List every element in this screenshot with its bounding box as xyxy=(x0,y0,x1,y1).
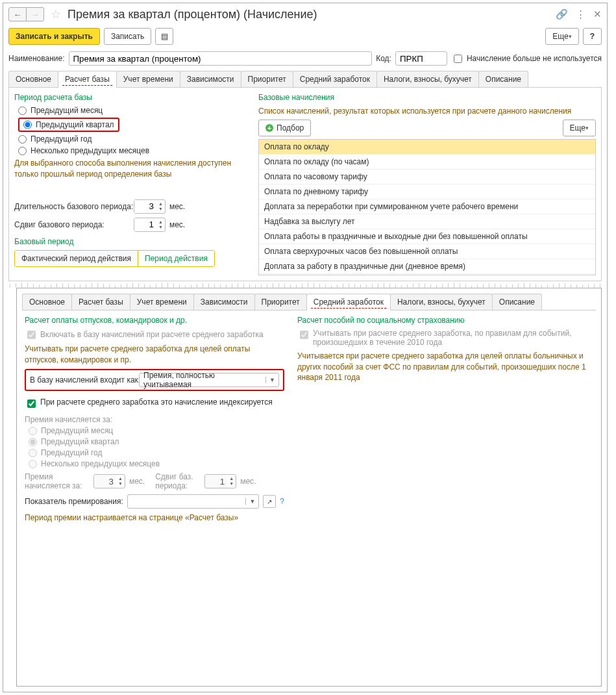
tab2-priority[interactable]: Приоритет xyxy=(254,294,307,310)
document-icon-button[interactable]: ▤ xyxy=(155,28,173,45)
cb-2010 xyxy=(300,331,308,339)
shift2-spinner: ▲▼ xyxy=(204,474,236,488)
kebab-menu-icon[interactable]: ⋮ xyxy=(576,8,585,20)
tab-base-calc[interactable]: Расчет базы xyxy=(58,71,117,87)
base-period-segmented[interactable]: Фактический период действия Период дейст… xyxy=(14,250,215,267)
list-item[interactable]: Оплата по окладу xyxy=(259,140,595,155)
shift-input[interactable] xyxy=(134,218,156,231)
base-period-section-title: Базовый период xyxy=(14,237,248,246)
favorite-star-icon[interactable]: ☆ xyxy=(51,7,61,21)
list-item[interactable]: Надбавка за выслугу лет xyxy=(259,214,595,229)
seg-actual-period[interactable]: Фактический период действия xyxy=(15,251,138,266)
indexed-cb-wrap[interactable]: При расчете среднего заработка это начис… xyxy=(25,398,273,410)
podbor-button[interactable]: + Подбор xyxy=(258,120,311,136)
nav-forward-button[interactable]: → xyxy=(26,7,44,21)
prem-len-spinner: ▲▼ xyxy=(93,474,125,488)
tab-time[interactable]: Учет времени xyxy=(116,71,180,87)
list-more-button[interactable]: Еще xyxy=(563,120,596,136)
r2-prev-year-label: Предыдущий год xyxy=(41,448,102,457)
window-title: Премия за квартал (процентом) (Начислени… xyxy=(68,8,552,21)
radio-several-months-wrap[interactable]: Несколько предыдущих месяцев xyxy=(18,146,248,155)
r2-prev-month-label: Предыдущий месяц xyxy=(41,426,113,435)
radio-prev-year-wrap[interactable]: Предыдущий год xyxy=(18,134,248,144)
include-base-label: Включать в базу начислений при расчете с… xyxy=(40,330,264,339)
tab-deps[interactable]: Зависимости xyxy=(180,71,241,87)
prem-len-input xyxy=(94,475,116,488)
shift2-label: Сдвиг баз. периода: xyxy=(155,472,201,490)
cb-2010-wrap: Учитывать при расчете среднего заработка… xyxy=(297,329,593,347)
tab2-avg-earn[interactable]: Средний заработок xyxy=(306,294,391,310)
tab2-base-calc[interactable]: Расчет базы xyxy=(71,294,130,310)
list-item[interactable]: Оплата по часовому тарифу xyxy=(259,170,595,184)
list-item[interactable]: Оплата работы в праздничные и выходные д… xyxy=(259,229,595,244)
prem-for-label: Премия начисляется за: xyxy=(25,415,284,424)
list-item[interactable]: Оплата по дневному тарифу xyxy=(259,184,595,199)
tab-desc[interactable]: Описание xyxy=(478,71,528,87)
help-button[interactable]: ? xyxy=(583,28,602,45)
tab2-deps[interactable]: Зависимости xyxy=(193,294,255,310)
tab2-time[interactable]: Учет времени xyxy=(130,294,194,310)
tab2-basic[interactable]: Основное xyxy=(22,294,72,310)
save-close-button[interactable]: Записать и закрыть xyxy=(8,28,100,45)
save-button[interactable]: Записать xyxy=(104,28,151,45)
shift-unit: мес. xyxy=(169,220,185,229)
radio-prev-quarter[interactable] xyxy=(23,120,32,129)
base-length-unit: мес. xyxy=(169,202,185,211)
open-ref-button[interactable]: ↗ xyxy=(263,495,276,508)
radio-prev-quarter-wrap[interactable]: Предыдущий квартал xyxy=(18,118,248,132)
not-used-checkbox-wrap[interactable]: Начисление больше не используется xyxy=(451,53,602,65)
radio-several-months[interactable] xyxy=(18,147,27,155)
period-note: Для выбранного способа выполнения начисл… xyxy=(14,158,248,180)
indicator-select[interactable]: ▼ xyxy=(127,494,260,509)
base-length-input[interactable] xyxy=(134,200,156,213)
tab-tax[interactable]: Налоги, взносы, бухучет xyxy=(376,71,479,87)
prem-len-unit: мес. xyxy=(129,477,145,486)
vacation-calc-title: Расчет оплаты отпусков, командировок и д… xyxy=(25,316,284,325)
plus-icon: + xyxy=(265,124,273,132)
torn-edge-separator xyxy=(8,281,602,288)
include-base-cb-wrap: Включать в базу начислений при расчете с… xyxy=(25,329,264,341)
code-label: Код: xyxy=(376,54,391,63)
tab-avg-earn[interactable]: Средний заработок xyxy=(293,71,377,87)
shift-spinner[interactable]: ▲▼ xyxy=(134,218,166,232)
help-link[interactable]: ? xyxy=(280,497,284,506)
radio-prev-quarter-label: Предыдущий квартал xyxy=(36,120,114,129)
tab2-tax[interactable]: Налоги, взносы, бухучет xyxy=(390,294,493,310)
list-item[interactable]: Доплата за переработки при суммированном… xyxy=(259,199,595,214)
list-item[interactable]: Оплата по окладу (по часам) xyxy=(259,155,595,170)
prem-len-label: Премия начисляется за: xyxy=(25,472,90,490)
base-accruals-list[interactable]: Оплата по окладу Оплата по окладу (по ча… xyxy=(258,139,596,275)
inbase-label: В базу начислений входит как: xyxy=(30,375,134,385)
chevron-down-icon[interactable]: ▼ xyxy=(245,498,258,505)
link-icon[interactable]: 🔗 xyxy=(556,8,568,20)
cb-2010-label: Учитывать при расчете среднего заработка… xyxy=(313,329,593,347)
r2-prev-month xyxy=(29,427,37,435)
radio-prev-year-label: Предыдущий год xyxy=(31,134,92,144)
radio-prev-month[interactable] xyxy=(18,107,27,115)
nav-back-button[interactable]: ← xyxy=(8,7,27,21)
chevron-down-icon[interactable]: ▼ xyxy=(265,377,278,383)
tab-priority[interactable]: Приоритет xyxy=(241,71,293,87)
list-item[interactable]: Оплата сверхурочных часов без повышенной… xyxy=(259,244,595,259)
list-item[interactable]: Доплата за работу в праздничные дни (дне… xyxy=(259,259,595,274)
radio-prev-month-wrap[interactable]: Предыдущий месяц xyxy=(18,106,248,115)
radio-prev-year[interactable] xyxy=(18,135,27,144)
indexed-cb[interactable] xyxy=(27,399,36,408)
seg-period[interactable]: Период действия xyxy=(138,251,214,266)
indicator-label: Показатель премирования: xyxy=(25,497,123,506)
name-input[interactable] xyxy=(69,51,373,66)
inbase-value: Премия, полностью учитываемая xyxy=(140,371,265,389)
r2-prev-quarter xyxy=(29,438,37,446)
code-input[interactable] xyxy=(395,51,447,66)
footer-note: Период премии настраивается на странице … xyxy=(25,512,284,524)
r2-prev-quarter-label: Предыдущий квартал xyxy=(41,437,119,446)
tab2-desc[interactable]: Описание xyxy=(492,294,542,310)
not-used-checkbox[interactable] xyxy=(454,55,462,63)
base-length-spinner[interactable]: ▲▼ xyxy=(134,199,166,214)
more-button[interactable]: Еще xyxy=(545,28,578,45)
r2-several-label: Несколько предыдущих месяцев xyxy=(41,459,160,468)
inbase-select[interactable]: Премия, полностью учитываемая ▼ xyxy=(139,373,279,387)
base-accruals-title: Базовые начисления xyxy=(258,93,596,102)
tab-basic[interactable]: Основное xyxy=(8,71,58,87)
close-icon[interactable]: ✕ xyxy=(593,8,602,20)
